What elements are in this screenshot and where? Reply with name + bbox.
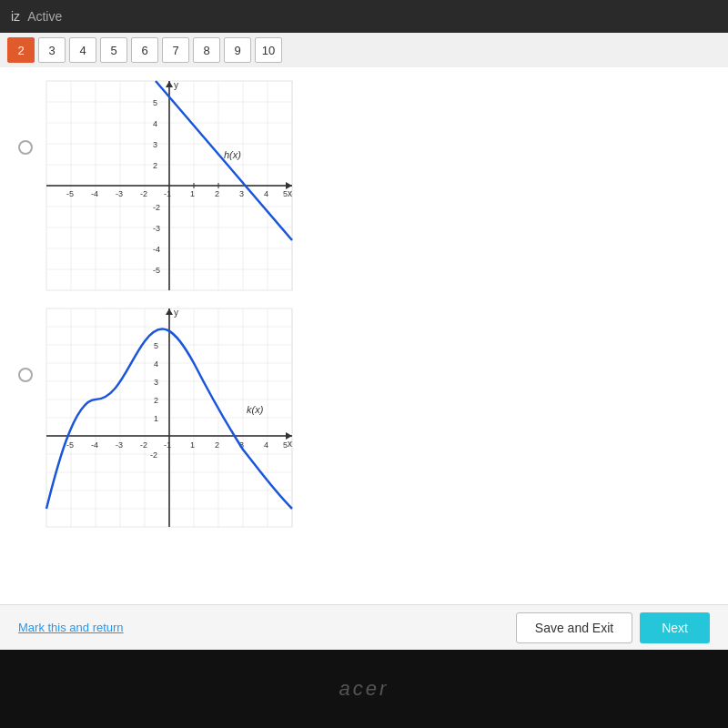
- svg-text:2: 2: [215, 189, 219, 198]
- top-bar: iz Active: [0, 0, 728, 33]
- graphs-area: x y -5 -4 -3 -2 -1 1 2 3 4 5 2 3 4: [0, 67, 728, 604]
- svg-text:-1: -1: [164, 440, 171, 450]
- radio-hx[interactable]: [18, 140, 33, 155]
- question-num-5[interactable]: 5: [100, 37, 127, 63]
- svg-text:-2: -2: [140, 440, 147, 450]
- question-num-3[interactable]: 3: [38, 37, 66, 63]
- svg-text:3: 3: [154, 378, 158, 387]
- svg-text:5: 5: [283, 189, 288, 198]
- svg-text:-4: -4: [91, 189, 98, 198]
- svg-text:x: x: [288, 439, 292, 449]
- question-num-10[interactable]: 10: [255, 37, 282, 63]
- acer-logo: acer: [339, 677, 389, 701]
- graph-hx-container: x y -5 -4 -3 -2 -1 1 2 3 4 5 2 3 4: [42, 76, 297, 295]
- graph-hx-svg: x y -5 -4 -3 -2 -1 1 2 3 4 5 2 3 4: [42, 76, 297, 295]
- question-num-7[interactable]: 7: [162, 37, 189, 63]
- svg-text:2: 2: [215, 440, 219, 450]
- svg-text:h(x): h(x): [224, 149, 241, 160]
- question-num-2[interactable]: 2: [7, 37, 35, 63]
- dark-bottom-bar: acer: [0, 650, 728, 728]
- radio-kx[interactable]: [18, 368, 33, 382]
- svg-text:4: 4: [264, 189, 268, 198]
- bottom-bar: Mark this and return Save and Exit Next: [0, 604, 728, 650]
- svg-text:1: 1: [190, 189, 195, 198]
- mark-return-link[interactable]: Mark this and return: [18, 621, 124, 634]
- svg-text:2: 2: [153, 161, 157, 170]
- svg-text:-5: -5: [153, 266, 160, 275]
- main-content: x y -5 -4 -3 -2 -1 1 2 3 4 5 2 3 4: [0, 67, 728, 650]
- question-number-bar: 2 3 4 5 6 7 8 9 10: [0, 33, 728, 67]
- svg-text:-4: -4: [91, 440, 98, 450]
- svg-text:x: x: [288, 188, 292, 198]
- svg-text:-2: -2: [153, 203, 160, 212]
- question-num-8[interactable]: 8: [193, 37, 220, 63]
- graph-kx-container: x y -5 -4 -3 -2 -1 1 2 3 4 5 1 2 3: [42, 304, 297, 531]
- svg-text:4: 4: [264, 440, 268, 450]
- svg-text:-5: -5: [66, 189, 74, 198]
- svg-text:3: 3: [153, 140, 157, 149]
- svg-text:-2: -2: [140, 189, 147, 198]
- svg-text:2: 2: [154, 396, 158, 405]
- svg-text:-3: -3: [116, 189, 123, 198]
- svg-text:1: 1: [190, 440, 195, 450]
- svg-text:4: 4: [153, 119, 157, 128]
- question-num-6[interactable]: 6: [131, 37, 158, 63]
- svg-text:-3: -3: [116, 440, 123, 450]
- next-button[interactable]: Next: [640, 612, 710, 643]
- svg-text:y: y: [174, 308, 178, 318]
- svg-text:5: 5: [153, 98, 157, 107]
- svg-text:-2: -2: [150, 450, 157, 460]
- graph-hx-row: x y -5 -4 -3 -2 -1 1 2 3 4 5 2 3 4: [18, 76, 710, 295]
- svg-text:1: 1: [154, 414, 158, 423]
- graph-kx-row: x y -5 -4 -3 -2 -1 1 2 3 4 5 1 2 3: [18, 304, 710, 531]
- svg-text:5: 5: [283, 440, 288, 450]
- svg-text:3: 3: [239, 189, 244, 198]
- svg-text:-1: -1: [164, 189, 171, 198]
- button-group: Save and Exit Next: [516, 612, 710, 643]
- svg-text:k(x): k(x): [247, 404, 264, 415]
- svg-text:y: y: [174, 80, 178, 90]
- svg-text:-3: -3: [153, 224, 160, 233]
- question-num-9[interactable]: 9: [224, 37, 251, 63]
- svg-text:5: 5: [154, 341, 158, 350]
- question-num-4[interactable]: 4: [69, 37, 96, 63]
- graph-kx-svg: x y -5 -4 -3 -2 -1 1 2 3 4 5 1 2 3: [42, 304, 297, 531]
- svg-text:-5: -5: [66, 440, 74, 450]
- quiz-title: iz: [11, 9, 20, 24]
- quiz-status: Active: [27, 9, 62, 24]
- svg-text:4: 4: [154, 359, 158, 369]
- svg-text:-4: -4: [153, 245, 160, 254]
- save-exit-button[interactable]: Save and Exit: [516, 612, 632, 643]
